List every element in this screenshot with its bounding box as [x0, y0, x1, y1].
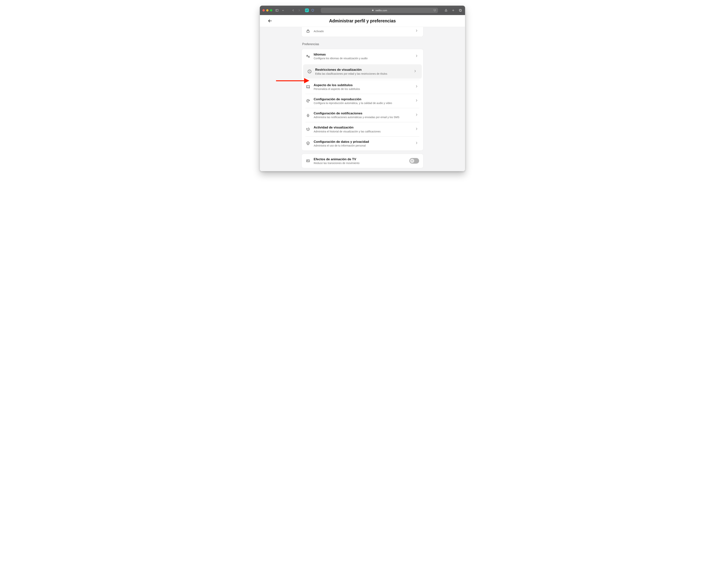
- row-notificaciones[interactable]: Configuración de notificaciones Administ…: [302, 108, 423, 122]
- lock-icon: [371, 9, 374, 12]
- row-privacidad[interactable]: Configuración de datos y privacidad Admi…: [302, 136, 423, 150]
- back-button[interactable]: [267, 18, 273, 23]
- chevron-right-icon: [416, 29, 419, 33]
- row-title: Configuración de datos y privacidad: [314, 140, 412, 144]
- nav-back-button[interactable]: [291, 8, 295, 13]
- row-title: Efectos de animación de TV: [314, 157, 406, 161]
- history-icon: [306, 127, 310, 131]
- playback-icon: [306, 99, 310, 103]
- svg-rect-1: [372, 10, 373, 11]
- lock-setting-icon: [306, 29, 310, 33]
- content-scroll[interactable]: Activado Preferencias Idiomas: [260, 27, 465, 171]
- row-title: Restricciones de visualización: [315, 68, 411, 72]
- chevron-right-icon: [416, 113, 419, 117]
- svg-rect-8: [306, 160, 310, 162]
- page-header: Administrar perfil y preferencias: [260, 15, 465, 27]
- reload-button[interactable]: [434, 9, 436, 12]
- url-host: netflix.com: [376, 9, 387, 12]
- extension-shield-icon[interactable]: [311, 8, 315, 13]
- chevron-right-icon: [416, 85, 419, 88]
- extension-badge[interactable]: LT: [305, 8, 309, 12]
- tv-anim-icon: [306, 159, 310, 163]
- toolbar-chevron-down-icon[interactable]: [281, 8, 285, 13]
- tv-anim-toggle[interactable]: [409, 158, 419, 164]
- row-subtitulos[interactable]: Aspecto de los subtítulos Personaliza el…: [302, 80, 423, 94]
- close-window-button[interactable]: [262, 9, 265, 12]
- row-idiomas[interactable]: Idiomas Configura los idiomas de visuali…: [302, 49, 423, 63]
- maximize-window-button[interactable]: [270, 9, 272, 12]
- new-tab-icon[interactable]: [451, 8, 455, 13]
- tv-anim-card: Efectos de animación de TV Reduce las tr…: [301, 154, 423, 168]
- row-title: Actividad de visualización: [314, 125, 412, 129]
- row-restricciones[interactable]: Restricciones de visualización Edita las…: [303, 64, 422, 79]
- restriction-icon: [307, 69, 312, 74]
- chevron-right-icon: [416, 99, 419, 103]
- chevron-right-icon: [414, 70, 418, 73]
- browser-window: LT netflix.com: [260, 6, 465, 171]
- chevron-right-icon: [416, 142, 419, 145]
- row-sub: Administra las notificaciones automática…: [314, 116, 412, 119]
- row-actividad[interactable]: Actividad de visualización Administra el…: [302, 122, 423, 136]
- svg-rect-5: [307, 31, 309, 33]
- row-tv-anim[interactable]: Efectos de animación de TV Reduce las tr…: [302, 154, 423, 168]
- subtitles-icon: [306, 84, 310, 89]
- browser-toolbar: LT netflix.com: [260, 6, 465, 15]
- window-controls: [262, 9, 272, 12]
- row-title: Configuración de reproducción: [314, 97, 412, 101]
- row-title: Aspecto de los subtítulos: [314, 83, 412, 87]
- minimize-window-button[interactable]: [266, 9, 268, 12]
- svg-point-6: [309, 72, 310, 72]
- row-sub: Edita las clasificaciones por edad y las…: [315, 72, 411, 75]
- shield-check-icon: [306, 141, 310, 146]
- svg-rect-0: [276, 9, 278, 12]
- section-label-preferencias: Preferencias: [302, 43, 423, 46]
- chevron-right-icon: [416, 128, 419, 131]
- chevron-right-icon: [416, 55, 419, 58]
- tabs-overview-icon[interactable]: [458, 8, 462, 13]
- sidebar-toggle-icon[interactable]: [275, 8, 279, 13]
- row-sub: Administra el historial de visualización…: [314, 130, 412, 133]
- row-sub: Administra el uso de tu información pers…: [314, 144, 412, 147]
- row-title: Configuración de notificaciones: [314, 111, 412, 115]
- row-sub: Personaliza el aspecto de los subtítulos: [314, 87, 412, 90]
- svg-rect-4: [459, 9, 461, 11]
- nav-forward-button[interactable]: [297, 8, 301, 13]
- preferences-card: Idiomas Configura los idiomas de visuali…: [301, 49, 423, 151]
- language-icon: [306, 54, 310, 59]
- top-card: Activado: [301, 27, 423, 37]
- row-title: Idiomas: [314, 52, 412, 57]
- row-sub: Configura los idiomas de visualización y…: [314, 57, 412, 60]
- annotation-arrow: [276, 78, 309, 83]
- row-reproduccion[interactable]: Configuración de reproducción Configura …: [302, 94, 423, 108]
- bell-icon: [306, 113, 310, 118]
- page-title: Administrar perfil y preferencias: [329, 18, 396, 23]
- address-bar[interactable]: netflix.com: [321, 8, 438, 13]
- top-row-sub: Activado: [314, 30, 412, 33]
- svg-rect-3: [460, 9, 461, 12]
- row-sub: Reduce las transiciones de movimiento: [314, 162, 406, 165]
- top-row[interactable]: Activado: [302, 27, 423, 37]
- page: Administrar perfil y preferencias Activa…: [260, 15, 465, 171]
- row-sub: Configura la reproducción automática, y …: [314, 102, 412, 105]
- share-icon[interactable]: [444, 8, 448, 13]
